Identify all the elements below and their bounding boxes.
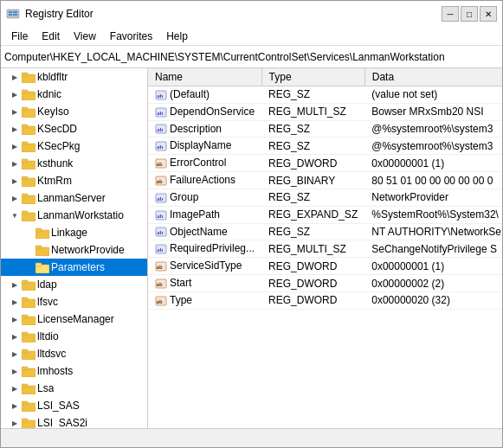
folder-icon [22,106,37,118]
menu-item-help[interactable]: Help [159,29,195,44]
menu-item-favorites[interactable]: Favorites [103,29,159,44]
tree-item[interactable]: ▶ lfsvc [1,293,147,310]
tree-item[interactable]: ▶ KSecDD [1,120,147,138]
tree-item[interactable]: NetworkProvide [1,241,147,259]
tree-item-label: KSecPkg [37,140,80,152]
cell-name: abErrorControl [148,155,261,172]
cell-name: abImagePath [148,206,261,223]
expand-icon[interactable]: ▶ [8,139,22,153]
folder-icon [22,400,37,412]
values-panel[interactable]: Name Type Data ab(Default)REG_SZ(value n… [148,68,502,428]
tree-item-label: ksthunk [37,157,73,170]
tree-item[interactable]: ▶ lltdsvc [1,345,147,362]
table-row[interactable]: abDependOnServiceREG_MULTI_SZBowser MRxS… [148,103,502,120]
table-row[interactable]: abGroupREG_SZNetworkProvider [148,189,502,206]
folder-icon [22,296,37,308]
tree-item[interactable]: ▶ Lsa [1,380,147,397]
table-row[interactable]: abTypeREG_DWORD0x00000020 (32) [148,291,502,309]
cell-name: abFailureActions [148,172,261,189]
svg-rect-20 [22,194,28,197]
tree-item[interactable]: ▶ kbldfltr [1,68,147,86]
expand-icon[interactable]: ▶ [8,278,22,291]
cell-data: 80 51 01 00 00 00 00 00 0 [364,172,502,189]
table-row[interactable]: abObjectNameREG_SZNT AUTHORITY\NetworkSe [148,223,502,240]
expand-icon[interactable]: ▼ [8,208,22,222]
folder-icon [22,157,37,170]
svg-text:ab: ab [157,93,164,99]
tree-item[interactable]: ▶ KSecPkg [1,138,147,155]
table-row[interactable]: abErrorControlREG_DWORD0x00000001 (1) [148,155,502,172]
folder-icon [22,175,37,187]
table-row[interactable]: abRequiredPrivileg...REG_MULTI_SZSeChang… [148,240,502,258]
expand-icon[interactable]: ▶ [8,399,22,413]
expand-icon[interactable]: ▶ [8,191,22,205]
tree-item[interactable]: ▼ LanmanWorkstatio [1,207,147,224]
tree-item[interactable]: ▶ lmhosts [1,362,147,380]
tree-item[interactable]: ▶ LSI_SAS2i [1,414,147,428]
expand-icon[interactable]: ▶ [8,122,22,136]
tree-item[interactable]: ▶ LicenseManager [1,310,147,328]
expand-icon[interactable]: ▶ [8,87,22,101]
svg-rect-6 [22,73,28,76]
folder-icon [22,278,37,291]
table-row[interactable]: abFailureActionsREG_BINARY80 51 01 00 00… [148,172,502,189]
expand-icon[interactable]: ▶ [8,70,22,84]
expand-icon[interactable]: ▶ [8,105,22,118]
tree-item[interactable]: ▶ ksthunk [1,155,147,172]
svg-rect-8 [22,90,28,93]
tree-item[interactable]: ▶ LSI_SAS [1,397,147,414]
table-row[interactable]: abImagePathREG_EXPAND_SZ%SystemRoot%\Sys… [148,206,502,223]
tree-item-label: LicenseManager [37,313,114,325]
tree-item-label: KSecDD [37,123,77,135]
svg-rect-10 [22,107,28,111]
tree-item[interactable]: ▶ KeyIso [1,103,147,120]
svg-text:ab: ab [157,144,164,150]
expand-icon[interactable]: ▶ [8,416,22,428]
cell-name: abType [148,291,261,309]
menu-item-edit[interactable]: Edit [35,29,67,44]
tree-item[interactable]: ▶ LanmanServer [1,189,147,207]
window-controls: ─ □ ✕ [442,6,497,22]
cell-name: abGroup [148,189,261,206]
table-row[interactable]: ab(Default)REG_SZ(value not set) [148,86,502,104]
minimize-button[interactable]: ─ [442,6,459,22]
table-row[interactable]: abDescriptionREG_SZ@%systemroot%\system3 [148,120,502,138]
tree-item[interactable]: ▶ ldap [1,276,147,293]
expand-icon[interactable]: ▶ [8,157,22,170]
expand-icon[interactable]: ▶ [8,312,22,326]
cell-type: REG_SZ [261,120,364,138]
expand-icon[interactable]: ▶ [8,330,22,343]
col-data[interactable]: Data [364,68,502,86]
tree-item[interactable]: ▶ lltdio [1,328,147,345]
table-row[interactable]: abServiceSidTypeREG_DWORD0x00000001 (1) [148,258,502,275]
table-row[interactable]: abStartREG_DWORD0x00000002 (2) [148,275,502,292]
tree-item[interactable]: Linkage [1,224,147,241]
svg-rect-36 [22,332,28,336]
tree-item-label: Lsa [37,382,54,394]
svg-rect-26 [35,246,42,249]
tree-item-label: LSI_SAS2i [37,417,87,428]
tree-item[interactable]: Parameters [1,259,147,276]
tree-item[interactable]: ▶ kdnic [1,86,147,103]
expand-icon[interactable] [22,226,35,240]
expand-icon[interactable]: ▶ [8,381,22,395]
expand-icon[interactable]: ▶ [8,295,22,309]
table-row[interactable]: abDisplayNameREG_SZ@%systemroot%\system3 [148,138,502,155]
expand-icon[interactable] [22,243,35,257]
col-name[interactable]: Name [148,68,261,86]
col-type[interactable]: Type [261,68,364,86]
tree-panel[interactable]: ▶ kbldfltr▶ kdnic▶ KeyIso▶ KSecDD▶ KSecP… [1,68,148,428]
svg-rect-42 [22,384,28,387]
expand-icon[interactable]: ▶ [8,174,22,188]
maximize-button[interactable]: □ [461,6,478,22]
close-button[interactable]: ✕ [480,6,497,22]
cell-type: REG_SZ [261,189,364,206]
expand-icon[interactable]: ▶ [8,347,22,361]
expand-icon[interactable] [22,260,35,274]
cell-name: abDescription [148,120,261,138]
tree-item-label: ldap [37,278,57,291]
tree-item[interactable]: ▶ KtmRm [1,172,147,189]
menu-item-file[interactable]: File [4,29,35,44]
menu-item-view[interactable]: View [67,29,103,44]
expand-icon[interactable]: ▶ [8,364,22,378]
